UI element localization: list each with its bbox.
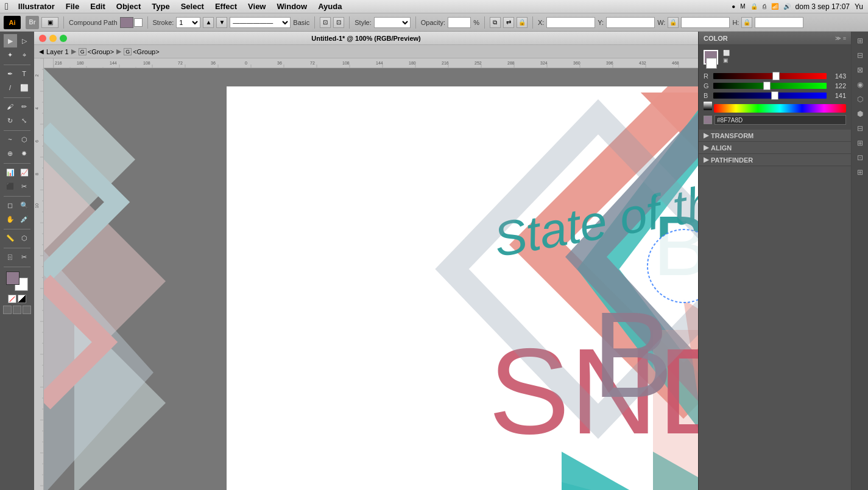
r-slider-thumb[interactable] [772,72,780,80]
slice-tool[interactable]: ✂ [18,180,31,193]
far-right-btn-6[interactable]: ⬢ [853,107,867,121]
expand-icon[interactable]: ≫ [835,35,841,41]
menu-object[interactable]: Object [111,1,146,12]
measure-tool[interactable]: 📏 [4,231,17,245]
pathfinder-section-label[interactable]: ▶ PATHFINDER [699,154,851,166]
warp-tool[interactable]: ~ [4,133,17,146]
breadcrumb-layer[interactable]: Layer 1 [46,48,69,55]
menu-view[interactable]: View [243,1,270,12]
foreground-color-swatch[interactable] [6,271,19,285]
align-section-label[interactable]: ▶ ALIGN [699,142,851,154]
scissors-tool[interactable]: ✂ [18,250,31,264]
x-input[interactable]: 451,508 px [546,17,595,28]
bw-gradient[interactable] [704,102,712,110]
magic-wand-tool[interactable]: ✦ [4,48,17,61]
draw-behind-btn[interactable] [23,306,31,314]
paintbrush-tool[interactable]: 🖌 [4,100,17,113]
selection-tool[interactable]: ▶ [4,34,17,47]
menu-file[interactable]: File [61,1,84,12]
breadcrumb-group1[interactable]: <Group> [88,48,114,55]
artboard-tool[interactable]: ⬛ [4,180,17,193]
zoom-tool[interactable]: 🔍 [18,198,31,212]
artboard-container[interactable]: State of the BOX SND B [44,68,698,490]
br-logo[interactable]: Br [26,16,39,29]
far-right-btn-1[interactable]: ⊞ [853,34,867,47]
far-right-btn-9[interactable]: ⊡ [853,151,867,164]
stroke-up-btn[interactable]: ▲ [203,17,214,28]
opacity-options-btn[interactable]: ⊡ [333,17,344,28]
lasso-tool[interactable]: ⌖ [18,48,31,61]
g-slider-track[interactable] [713,83,827,89]
eyedropper-tool[interactable]: 💉 [18,212,31,226]
pen-tool[interactable]: ✒ [4,67,17,80]
g-slider-thumb[interactable] [763,82,771,90]
draw-inside-btn[interactable] [13,306,21,314]
bar-graph-tool[interactable]: 📈 [18,166,31,179]
color-none-icon[interactable]: ⬜ [723,50,730,56]
direct-selection-tool[interactable]: ▷ [18,34,31,47]
fill-swatch[interactable] [120,17,133,28]
r-slider-track[interactable] [713,73,827,79]
blend-tool[interactable]: ⬡ [18,231,31,245]
view-options-btn[interactable]: ▣ [41,17,58,28]
far-right-btn-10[interactable]: ⊞ [853,166,867,179]
hex-input[interactable] [715,115,846,125]
knife-tool[interactable]: ⌻ [4,250,17,264]
b-slider-track[interactable] [713,93,827,99]
far-right-btn-8[interactable]: ⊞ [853,136,867,150]
minimize-btn[interactable] [49,35,57,42]
stroke-swatch[interactable] [134,18,143,27]
menu-type[interactable]: Type [147,1,174,12]
hand-tool[interactable]: ✋ [4,212,17,226]
y-input[interactable]: 199,558 px [606,17,655,28]
panel-menu-icon[interactable]: ≡ [843,35,846,41]
breadcrumb-group2[interactable]: <Group> [133,48,159,55]
far-right-btn-4[interactable]: ◉ [853,78,867,91]
stroke-weight-select[interactable]: 1 [176,17,200,28]
type-tool[interactable]: T [18,67,31,80]
eraser-tool[interactable]: ◻ [4,198,17,212]
color-spectrum-icon[interactable]: ▣ [723,57,730,63]
swap-fill-stroke-btn[interactable] [18,295,26,303]
far-right-btn-2[interactable]: ⊟ [853,49,867,62]
close-btn[interactable] [39,35,46,42]
draw-normal-btn[interactable] [3,306,12,314]
pencil-tool[interactable]: ✏ [18,100,31,113]
none-fill-btn[interactable] [8,295,16,303]
style-select[interactable] [374,17,411,28]
column-graph-tool[interactable]: 📊 [4,166,17,179]
menu-illustrator[interactable]: Illustrator [13,1,60,12]
apple-menu[interactable]:  [5,1,9,12]
menu-window[interactable]: Window [272,1,312,12]
opacity-input[interactable]: 100 [448,17,471,28]
rainbow-spectrum[interactable] [714,104,846,113]
constrain-btn[interactable]: 🔒 [517,17,528,28]
stroke-style-select[interactable]: —————— [230,17,291,28]
line-tool[interactable]: / [4,81,17,94]
transform-options-btn[interactable]: ⧉ [490,17,501,28]
transform-section-label[interactable]: ▶ TRANSFORM [699,130,851,142]
menu-edit[interactable]: Edit [85,1,110,12]
far-right-btn-7[interactable]: ⊟ [853,122,867,135]
far-right-btn-3[interactable]: ⊠ [853,63,867,77]
symbol-tool[interactable]: ✸ [18,147,31,160]
artboard[interactable]: State of the BOX SND B [227,86,698,490]
flip-horiz-btn[interactable]: ⇄ [503,17,514,28]
far-right-btn-5[interactable]: ⬡ [853,93,867,106]
menu-ayuda[interactable]: Ayuda [313,1,347,12]
h-input[interactable]: 99,304 px [755,17,803,28]
rect-tool[interactable]: ⬜ [18,81,31,94]
canvas-main[interactable]: 216 180 144 108 72 36 0 [44,58,698,490]
maximize-btn[interactable] [60,35,67,42]
background-color-box[interactable] [706,58,717,69]
stroke-down-btn[interactable]: ▼ [216,17,227,28]
rotate-tool[interactable]: ↻ [4,114,17,127]
scale-tool[interactable]: ⤡ [18,114,31,127]
w-input[interactable]: 99,035 px [681,17,730,28]
h-lock-btn[interactable]: 🔒 [741,17,752,28]
menu-effect[interactable]: Effect [210,1,242,12]
free-transform-tool[interactable]: ⬡ [18,133,31,146]
b-slider-thumb[interactable] [771,91,778,100]
menu-select[interactable]: Select [176,1,209,12]
shape-builder-tool[interactable]: ⊕ [4,147,17,160]
